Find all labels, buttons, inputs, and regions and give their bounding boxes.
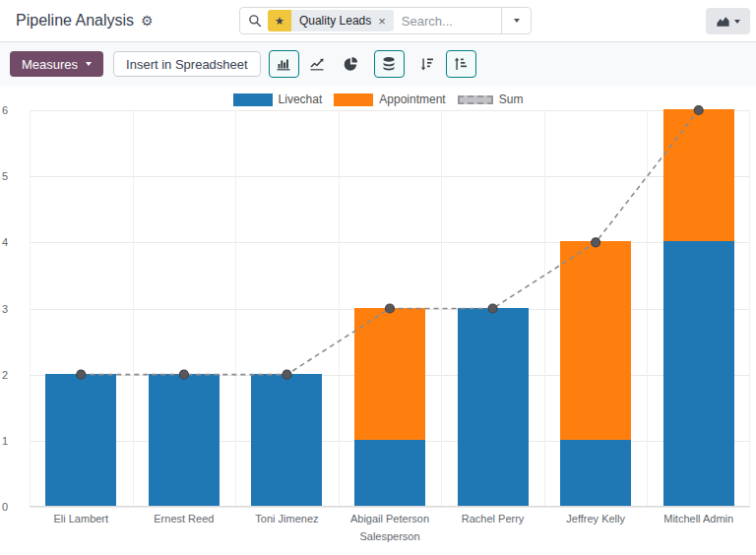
pipeline-analysis-app: Pipeline Analysis ⚙ ★ Quality Leads × [0,0,756,555]
y-tick-label: 1 [2,435,22,447]
stacked-toggle-button[interactable] [374,50,405,78]
sum-marker[interactable] [694,106,703,115]
sort-descending-button[interactable] [412,50,443,78]
gear-icon[interactable]: ⚙ [141,14,154,28]
sort-ascending-button[interactable] [446,50,476,78]
filter-facet[interactable]: ★ Quality Leads × [268,10,394,31]
legend-swatch [233,93,273,106]
bar-chart-icon [276,56,291,72]
x-axis-title: Salesperson [30,530,750,542]
x-tick-label: Eli Lambert [30,513,133,524]
sum-marker[interactable] [179,370,188,379]
chart-type-group [269,50,366,78]
stacked-icon [381,56,397,72]
chevron-down-icon [514,19,520,23]
y-tick-label: 3 [2,303,22,315]
measures-button[interactable]: Measures [10,51,103,77]
sum-marker[interactable] [386,304,395,313]
favorite-star-icon: ★ [268,10,291,31]
sort-group [412,50,476,78]
legend-label: Livechat [279,92,323,106]
sum-marker[interactable] [283,370,291,379]
x-tick-label: Rachel Perry [441,513,544,524]
h-gridline [30,507,750,508]
x-tick-label: Abigail Peterson [339,513,442,524]
y-tick-label: 2 [2,369,22,381]
insert-in-spreadsheet-button[interactable]: Insert in Spreadsheet [113,51,261,77]
chevron-down-icon [86,62,92,66]
view-switcher-button[interactable] [706,8,750,34]
area-chart-icon [716,14,730,29]
x-tick-label: Ernest Reed [133,513,236,524]
legend-label: Sum [499,92,524,106]
legend-item-sum[interactable]: Sum [458,92,524,106]
control-panel: Measures Insert in Spreadsheet [0,42,756,86]
search-dropdown-toggle[interactable] [501,8,531,33]
sum-line [81,110,698,375]
sum-marker[interactable] [488,304,497,313]
graph-view: LivechatAppointmentSum 0123456 Eli Lambe… [0,86,756,554]
x-tick-label: Toni Jimenez [235,513,339,524]
x-tick-label: Jeffrey Kelly [544,513,648,524]
stacked-group [374,50,405,78]
page-title: Pipeline Analysis [16,12,134,30]
sort-amount-desc-icon [419,56,435,72]
search-icon [248,14,262,28]
pie-chart-button[interactable] [336,50,366,78]
chart-legend: LivechatAppointmentSum [0,92,756,106]
chevron-down-icon [734,20,740,24]
legend-item-livechat[interactable]: Livechat [233,92,323,106]
search-bar[interactable]: ★ Quality Leads × [239,7,532,34]
facet-body: Quality Leads × [291,10,394,31]
breadcrumb: Pipeline Analysis ⚙ [16,12,154,30]
x-tick-label: Mitchell Admin [647,513,750,524]
pie-chart-icon [343,56,358,72]
legend-swatch [334,93,373,106]
legend-label: Appointment [379,92,445,106]
remove-facet-icon[interactable]: × [378,15,386,28]
legend-item-appointment[interactable]: Appointment [334,92,445,106]
y-tick-label: 0 [2,501,22,513]
facet-label: Quality Leads [299,14,371,28]
y-tick-label: 5 [2,170,22,182]
sum-marker[interactable] [77,370,86,379]
y-tick-label: 4 [2,236,22,248]
line-chart-button[interactable] [302,50,333,78]
sum-marker[interactable] [592,238,600,247]
sort-amount-asc-icon [453,56,469,72]
plot-area [30,110,750,507]
search-input[interactable] [394,14,501,29]
bar-chart-button[interactable] [269,50,299,78]
legend-swatch [458,95,493,104]
header: Pipeline Analysis ⚙ ★ Quality Leads × [0,0,756,42]
y-tick-label: 6 [2,104,22,116]
line-chart-icon [309,56,325,72]
sum-line-layer [30,110,750,507]
measures-label: Measures [22,57,78,72]
